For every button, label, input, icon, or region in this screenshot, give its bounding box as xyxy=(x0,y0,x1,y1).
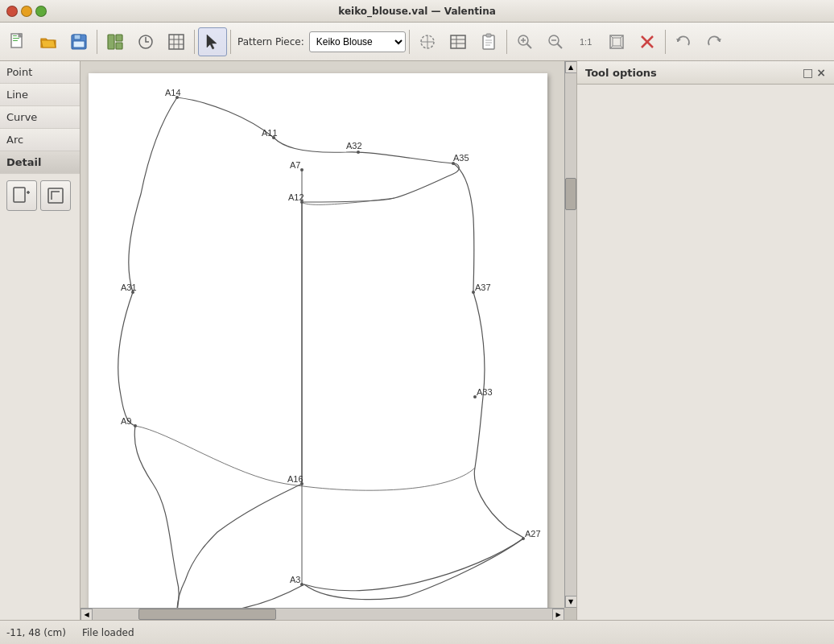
svg-rect-52 xyxy=(48,188,63,203)
zoom-fit-button[interactable] xyxy=(602,27,631,56)
svg-point-60 xyxy=(300,200,303,204)
separator-2 xyxy=(194,30,195,54)
svg-point-64 xyxy=(134,424,137,427)
window-title: keiko_blouse.val — Valentina xyxy=(338,6,496,17)
sidebar-item-line[interactable]: Line xyxy=(0,84,80,106)
separator-3 xyxy=(230,30,231,54)
window-controls[interactable] xyxy=(6,6,47,17)
history-button[interactable] xyxy=(131,27,160,56)
svg-rect-22 xyxy=(451,35,465,48)
svg-marker-18 xyxy=(207,35,217,49)
vertical-scrollbar[interactable]: ▲ ▼ xyxy=(564,61,576,608)
point-label-A3: A3 xyxy=(290,575,300,584)
point-label-A33: A33 xyxy=(477,387,493,397)
titlebar: keiko_blouse.val — Valentina xyxy=(0,0,834,23)
stop-button[interactable] xyxy=(633,27,662,56)
svg-rect-4 xyxy=(13,38,19,39)
main-toolbar: Pattern Piece: Keiko Blouse 1:1 xyxy=(0,23,834,61)
zoom-in-button[interactable] xyxy=(510,27,539,56)
sidebar-item-point[interactable]: Point xyxy=(0,61,80,84)
save-button[interactable] xyxy=(64,27,93,56)
pattern-piece-label: Pattern Piece: xyxy=(237,36,304,47)
scroll-up-button[interactable]: ▲ xyxy=(565,61,577,73)
svg-point-56 xyxy=(272,136,275,139)
point-label-A32: A32 xyxy=(346,141,362,151)
svg-point-57 xyxy=(357,151,360,154)
separator-1 xyxy=(97,30,97,54)
redo-button[interactable] xyxy=(700,27,729,56)
point-label-A31: A31 xyxy=(121,283,137,292)
right-panel: Tool options □ × xyxy=(576,61,834,620)
separator-5 xyxy=(506,30,507,54)
scroll-right-button[interactable]: ▶ xyxy=(552,609,564,621)
sidebar-tools xyxy=(0,174,80,217)
svg-rect-40 xyxy=(613,38,621,46)
tool-options-content xyxy=(577,85,834,620)
internal-path-button[interactable] xyxy=(40,180,71,211)
svg-text:1:1: 1:1 xyxy=(580,37,592,47)
layout-button[interactable] xyxy=(101,27,130,56)
svg-point-58 xyxy=(452,162,455,165)
add-detail-button[interactable] xyxy=(6,180,37,211)
svg-rect-3 xyxy=(13,35,17,36)
new-button[interactable] xyxy=(3,27,32,56)
coordinates-display: -11, 48 (cm) xyxy=(6,627,66,638)
svg-marker-47 xyxy=(676,39,681,42)
svg-line-32 xyxy=(526,43,531,48)
pattern-button[interactable] xyxy=(413,27,442,56)
canvas-area[interactable]: A14 A11 A32 A35 A7 A12 A31 xyxy=(81,61,564,608)
point-label-A37: A37 xyxy=(475,283,491,292)
svg-rect-8 xyxy=(73,41,85,47)
pattern-piece-select[interactable]: Keiko Blouse xyxy=(309,31,406,52)
svg-point-67 xyxy=(300,583,303,586)
grid-button[interactable] xyxy=(162,27,191,56)
svg-point-63 xyxy=(473,395,477,398)
sidebar-item-curve[interactable]: Curve xyxy=(0,106,80,129)
close-panel-icon[interactable]: × xyxy=(816,66,826,79)
undo-button[interactable] xyxy=(669,27,698,56)
point-label-A16: A16 xyxy=(287,474,303,484)
svg-rect-9 xyxy=(108,35,114,49)
svg-rect-7 xyxy=(74,35,81,39)
tool-options-header: Tool options □ × xyxy=(577,61,834,85)
point-label-A27: A27 xyxy=(525,529,541,539)
tool-options-title: Tool options xyxy=(585,67,657,79)
sidebar-item-detail[interactable]: Detail xyxy=(0,151,80,174)
main-area: Point Line Curve Arc Detail xyxy=(0,61,834,620)
svg-rect-49 xyxy=(14,188,25,202)
scroll-thumb-v[interactable] xyxy=(565,178,576,210)
separator-6 xyxy=(665,30,666,54)
open-button[interactable] xyxy=(34,27,63,56)
scroll-down-button[interactable]: ▼ xyxy=(565,596,577,608)
select-button[interactable] xyxy=(198,27,227,56)
svg-point-55 xyxy=(175,96,179,99)
sidebar-item-arc[interactable]: Arc xyxy=(0,129,80,151)
file-status-display: File loaded xyxy=(82,627,134,638)
scroll-thumb-h[interactable] xyxy=(138,609,276,620)
clipboard-button[interactable] xyxy=(474,27,503,56)
zoom-100-button[interactable]: 1:1 xyxy=(572,27,601,56)
svg-rect-10 xyxy=(116,35,122,41)
svg-rect-13 xyxy=(169,35,184,49)
scroll-left-button[interactable]: ◀ xyxy=(81,609,93,621)
point-label-A35: A35 xyxy=(453,153,469,163)
scroll-track-v[interactable] xyxy=(565,73,576,596)
canvas-paper: A14 A11 A32 A35 A7 A12 A31 xyxy=(89,73,547,608)
svg-rect-27 xyxy=(486,34,491,37)
maximize-button[interactable] xyxy=(35,6,47,17)
horizontal-scrollbar[interactable]: ◀ ▶ xyxy=(81,608,564,620)
close-button[interactable] xyxy=(6,6,18,17)
table-button[interactable] xyxy=(444,27,473,56)
point-label-A9: A9 xyxy=(121,416,131,426)
canvas-wrapper: A14 A11 A32 A35 A7 A12 A31 xyxy=(81,61,576,620)
undock-icon[interactable]: □ xyxy=(803,66,813,79)
panel-header-icons: □ × xyxy=(803,66,826,79)
point-label-A14: A14 xyxy=(165,88,181,97)
minimize-button[interactable] xyxy=(21,6,32,17)
svg-point-66 xyxy=(522,537,525,540)
svg-rect-11 xyxy=(116,43,122,49)
svg-point-61 xyxy=(131,291,134,294)
zoom-out-button[interactable] xyxy=(541,27,570,56)
sidebar: Point Line Curve Arc Detail xyxy=(0,61,81,620)
svg-line-36 xyxy=(557,43,562,48)
